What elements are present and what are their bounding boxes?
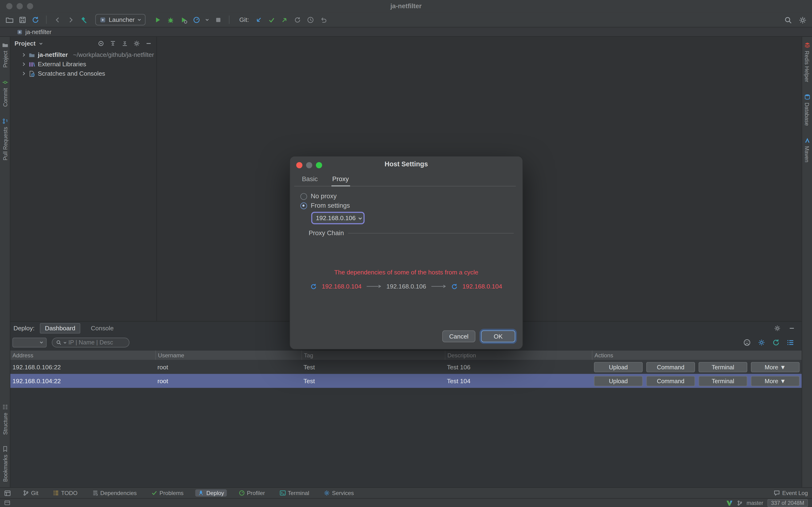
search-everywhere-icon[interactable] — [784, 16, 792, 24]
open-folder-icon[interactable] — [5, 15, 13, 24]
command-button[interactable]: Command — [646, 362, 695, 372]
run-with-coverage-icon[interactable] — [179, 15, 187, 24]
project-settings-gear-icon[interactable] — [133, 40, 140, 47]
host-settings-dialog: Host Settings Basic Proxy No proxy From … — [289, 156, 523, 349]
tool-item-deploy[interactable]: Deploy — [195, 489, 227, 497]
upload-button[interactable]: Upload — [594, 362, 643, 372]
column-header-description[interactable]: Description — [445, 350, 592, 360]
git-update-icon[interactable] — [255, 15, 263, 24]
tool-item-dependencies[interactable]: Dependencies — [90, 489, 139, 497]
project-panel-title[interactable]: Project — [14, 40, 36, 47]
chevron-right-icon[interactable] — [22, 62, 26, 66]
command-button[interactable]: Command — [646, 376, 695, 386]
git-push-icon[interactable] — [281, 15, 289, 24]
hide-panel-icon[interactable] — [788, 325, 796, 332]
memory-indicator[interactable]: 337 of 2048M — [767, 499, 808, 507]
stop-icon[interactable] — [214, 15, 222, 24]
deploy-settings-gear-icon[interactable] — [774, 325, 781, 332]
stripe-item-pull-requests[interactable]: Pull Requests — [2, 118, 8, 160]
tool-item-services[interactable]: Services — [321, 489, 356, 497]
tool-item-git[interactable]: Git — [20, 489, 41, 497]
more-button[interactable]: More ▼ — [751, 376, 800, 386]
stripe-item-structure[interactable]: Structure — [2, 404, 8, 435]
arrow-right-icon — [431, 284, 447, 288]
chevron-right-icon[interactable] — [22, 53, 26, 57]
locate-file-icon[interactable] — [97, 40, 105, 47]
tree-item-root[interactable]: ja-netfilter ~/workplace/github/ja-netfi… — [10, 50, 157, 60]
search-input[interactable] — [68, 339, 125, 345]
git-rollback-icon[interactable] — [319, 15, 328, 24]
chevron-right-icon[interactable] — [22, 71, 26, 76]
github-icon[interactable] — [743, 338, 751, 346]
tree-item-scratches[interactable]: Scratches and Consoles — [10, 69, 157, 78]
table-row-selected[interactable]: 192.168.0.104:22 root Test Test 104 Uplo… — [10, 374, 802, 388]
column-header-actions[interactable]: Actions — [592, 350, 802, 360]
terminal-button[interactable]: Terminal — [699, 362, 747, 372]
left-tool-stripe: Project Commit Pull Requests Structure B… — [0, 37, 10, 487]
project-tool-window: Project ja-netfilter ~/workplace/github/… — [10, 37, 157, 321]
tool-item-problems[interactable]: Problems — [149, 489, 186, 497]
forward-icon[interactable] — [66, 15, 74, 24]
git-branch-name[interactable]: master — [747, 500, 763, 506]
profiler-icon[interactable] — [192, 15, 200, 24]
from-settings-radio[interactable] — [300, 202, 307, 209]
no-proxy-radio[interactable] — [300, 193, 307, 200]
settings-gear-icon[interactable] — [799, 16, 807, 24]
tool-item-profiler[interactable]: Profiler — [236, 489, 268, 497]
stripe-item-database[interactable]: Database — [804, 94, 810, 126]
back-icon[interactable] — [53, 15, 62, 24]
list-view-icon[interactable] — [787, 338, 794, 346]
tool-windows-icon[interactable] — [4, 490, 11, 496]
tool-item-event-log[interactable]: Event Log — [774, 490, 808, 496]
column-header-tag[interactable]: Tag — [301, 350, 445, 360]
vim-plugin-icon[interactable] — [726, 500, 733, 506]
git-commit-icon[interactable] — [268, 15, 276, 24]
ide-window: ja-netfilter Launcher Git: — [0, 0, 812, 507]
hide-panel-icon[interactable] — [145, 40, 152, 47]
tab-basic[interactable]: Basic — [301, 175, 319, 186]
stripe-item-commit[interactable]: Commit — [2, 79, 8, 107]
stripe-item-redis-helper[interactable]: Redis Helper — [804, 42, 810, 82]
stripe-item-maven[interactable]: Maven — [804, 137, 810, 162]
tree-item-external-libraries[interactable]: External Libraries — [10, 59, 157, 69]
host-settings-icon[interactable] — [758, 338, 765, 346]
tab-proxy[interactable]: Proxy — [331, 175, 350, 186]
sync-icon[interactable] — [31, 15, 39, 24]
expand-all-icon[interactable] — [109, 40, 117, 47]
no-proxy-option[interactable]: No proxy — [300, 193, 337, 200]
run-configuration-select[interactable]: Launcher — [96, 14, 146, 25]
tool-item-label: Git — [31, 490, 38, 496]
tab-console[interactable]: Console — [86, 323, 119, 333]
section-divider — [348, 233, 514, 233]
git-history-icon[interactable] — [306, 15, 314, 24]
from-settings-option[interactable]: From settings — [300, 202, 350, 209]
debug-icon[interactable] — [166, 15, 175, 24]
build-hammer-icon[interactable] — [79, 15, 88, 24]
column-header-address[interactable]: Address — [10, 350, 155, 360]
tool-item-todo[interactable]: TODO — [50, 489, 80, 497]
tool-item-terminal[interactable]: Terminal — [277, 489, 312, 497]
editor-tab[interactable]: ja-netfilter — [12, 27, 56, 36]
cancel-button[interactable]: Cancel — [442, 330, 475, 342]
stripe-item-project[interactable]: Project — [2, 42, 8, 68]
chevron-down-icon[interactable] — [39, 41, 43, 46]
more-button[interactable]: More ▼ — [751, 362, 800, 372]
tab-dashboard[interactable]: Dashboard — [40, 323, 80, 333]
git-cherry-pick-icon[interactable] — [293, 15, 302, 24]
run-icon[interactable] — [154, 15, 162, 24]
save-icon[interactable] — [18, 15, 26, 24]
filter-select[interactable] — [12, 337, 47, 347]
profiler-chevron-icon[interactable] — [205, 18, 209, 22]
column-header-username[interactable]: Username — [155, 350, 301, 360]
search-box[interactable] — [52, 337, 129, 347]
proxy-host-select[interactable]: 192.168.0.106 — [311, 212, 365, 224]
tool-item-label: Services — [332, 490, 354, 496]
stripe-item-bookmarks[interactable]: Bookmarks — [2, 446, 8, 482]
ok-button[interactable]: OK — [481, 330, 515, 342]
refresh-icon[interactable] — [772, 338, 780, 346]
upload-button[interactable]: Upload — [594, 376, 643, 386]
terminal-button[interactable]: Terminal — [699, 376, 747, 386]
collapse-all-icon[interactable] — [121, 40, 128, 47]
table-row[interactable]: 192.168.0.106:22 root Test Test 106 Uplo… — [10, 360, 802, 374]
status-panel-icon[interactable] — [4, 500, 10, 506]
